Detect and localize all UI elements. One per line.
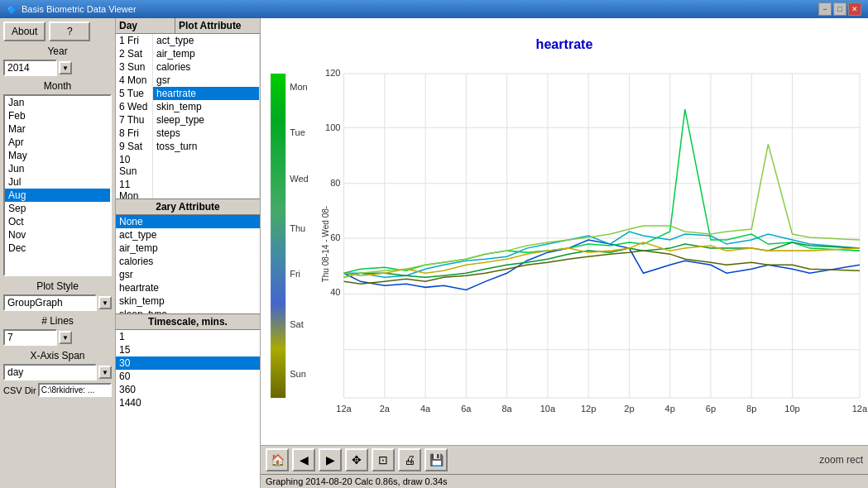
chart-title: heartrate — [536, 36, 593, 51]
day-row[interactable]: 1 Friact_type — [116, 34, 260, 47]
month-item-mar[interactable]: Mar — [5, 122, 110, 136]
close-button[interactable]: ✕ — [848, 2, 861, 16]
attr-col-header: Plot Attribute — [175, 18, 245, 33]
timescale-item[interactable]: 360 — [116, 383, 260, 396]
timescale-item[interactable]: 1440 — [116, 396, 260, 409]
attr-item[interactable]: None — [116, 215, 260, 228]
save-button[interactable]: 💾 — [424, 448, 448, 471]
day-row[interactable]: 2 Satair_temp — [116, 47, 260, 60]
day-num-cell: 11 Mon — [116, 178, 153, 199]
x-label-6p: 6p — [706, 404, 716, 414]
month-item-jul[interactable]: Jul — [5, 175, 110, 189]
month-item-feb[interactable]: Feb — [5, 109, 110, 122]
attr-item[interactable]: calories — [116, 255, 260, 268]
day-row[interactable]: 3 Suncalories — [116, 60, 260, 74]
attr-item[interactable]: gsr — [116, 268, 260, 281]
csv-path[interactable]: C:\8rkidrive: ... — [38, 383, 112, 397]
x-label-6a: 6a — [461, 404, 472, 414]
year-input[interactable] — [3, 60, 57, 76]
plot-style-scroll[interactable]: ▼ — [98, 296, 112, 309]
day-row[interactable]: 9 Sattoss_turn — [116, 140, 260, 153]
chart-svg: heartrate — [261, 18, 868, 445]
thu-label: Thu — [290, 223, 305, 233]
mon-label: Mon — [290, 82, 308, 92]
attr-item[interactable]: air_temp — [116, 242, 260, 255]
attr-item[interactable]: sleep_type — [116, 308, 260, 314]
x-label-12a2: 12a — [852, 404, 868, 414]
back-icon: ◀ — [300, 453, 309, 466]
month-item-dec[interactable]: Dec — [5, 242, 110, 255]
x-label-2p: 2p — [624, 404, 634, 414]
month-item-apr[interactable]: Apr — [5, 136, 110, 149]
minimize-button[interactable]: − — [818, 2, 832, 16]
move-icon: ✥ — [352, 453, 362, 466]
app-icon: 🔷 — [7, 5, 17, 14]
month-label: Month — [3, 80, 112, 92]
timescale-header: Timescale, mins. — [116, 314, 260, 330]
month-item-jan[interactable]: Jan — [5, 96, 110, 109]
maximize-button[interactable]: □ — [833, 2, 846, 16]
chart-area: heartrate — [261, 18, 868, 445]
xaxis-dropdown[interactable]: day — [3, 364, 97, 380]
back-button[interactable]: ◀ — [292, 448, 315, 471]
day-row[interactable]: 7 Thusleep_type — [116, 113, 260, 127]
title-bar: 🔷 Basis Biometric Data Viewer − □ ✕ — [0, 0, 868, 18]
plot-style-dropdown[interactable]: GroupGraph — [3, 294, 97, 311]
save-icon: 💾 — [429, 453, 444, 466]
day-num-cell: 1 Fri — [116, 34, 153, 47]
timescale-item[interactable]: 1 — [116, 330, 260, 343]
day-row[interactable]: 6 Wedskin_temp — [116, 100, 260, 113]
attr-item[interactable]: heartrate — [116, 281, 260, 294]
xaxis-scroll[interactable]: ▼ — [98, 366, 112, 379]
sun-label: Sun — [290, 369, 306, 379]
month-item-aug[interactable]: Aug — [5, 189, 110, 202]
attr-item[interactable]: skin_temp — [116, 294, 260, 308]
month-item-sep[interactable]: Sep — [5, 202, 110, 215]
day-attr-cell: steps — [153, 127, 260, 140]
day-attr-cell: heartrate — [153, 87, 260, 100]
forward-icon: ▶ — [326, 453, 335, 466]
day-row[interactable]: 4 Mongsr — [116, 74, 260, 87]
x-label-8p: 8p — [746, 404, 756, 414]
home-button[interactable]: 🏠 — [266, 448, 289, 471]
day-attr-cell: calories — [153, 60, 260, 74]
month-item-jun[interactable]: Jun — [5, 162, 110, 175]
forward-button[interactable]: ▶ — [319, 448, 342, 471]
day-num-cell: 8 Fri — [116, 127, 153, 140]
lines-scroll[interactable]: ▼ — [59, 331, 72, 344]
month-item-nov[interactable]: Nov — [5, 228, 110, 242]
timescale-item[interactable]: 60 — [116, 370, 260, 383]
timescale-item[interactable]: 30 — [116, 356, 260, 370]
y-label-120: 120 — [325, 68, 340, 78]
year-scroll[interactable]: ▼ — [59, 61, 72, 74]
x-label-10a: 10a — [540, 404, 556, 414]
day-row[interactable]: 11 Mon — [116, 178, 260, 199]
select-button[interactable]: ⊡ — [372, 448, 395, 471]
month-item-oct[interactable]: Oct — [5, 215, 110, 228]
status-bar: Graphing 2014-08-20 Calc 0.86s, draw 0.3… — [261, 474, 868, 488]
day-attr-cell: skin_temp — [153, 100, 260, 113]
lines-input[interactable] — [3, 329, 57, 346]
help-button[interactable]: ? — [49, 22, 90, 41]
timescale-item[interactable]: 15 — [116, 343, 260, 356]
day-row[interactable]: 10 Sun — [116, 153, 260, 178]
x-label-8a: 8a — [501, 404, 512, 414]
print-button[interactable]: 🖨 — [398, 448, 421, 471]
day-num-cell: 6 Wed — [116, 100, 153, 113]
day-row[interactable]: 8 Fristeps — [116, 127, 260, 140]
left-panel: About ? Year ▼ Month JanFebMarAprMayJunJ… — [0, 18, 116, 488]
attr-item[interactable]: act_type — [116, 228, 260, 242]
main-container: About ? Year ▼ Month JanFebMarAprMayJunJ… — [0, 18, 868, 488]
secondary-attr-list: Noneact_typeair_tempcaloriesgsrheartrate… — [116, 215, 260, 314]
y-label-40: 40 — [330, 287, 340, 297]
lines-label: # Lines — [3, 315, 112, 327]
year-label: Year — [3, 45, 112, 57]
move-button[interactable]: ✥ — [345, 448, 368, 471]
month-list: JanFebMarAprMayJunJulAugSepOctNovDec — [3, 94, 112, 276]
status-text: Graphing 2014-08-20 Calc 0.86s, draw 0.3… — [266, 476, 448, 486]
about-button[interactable]: About — [3, 22, 46, 41]
month-item-may[interactable]: May — [5, 149, 110, 162]
wed-label: Wed — [290, 174, 309, 184]
day-row[interactable]: 5 Tueheartrate — [116, 87, 260, 100]
day-color-bar — [271, 74, 285, 398]
